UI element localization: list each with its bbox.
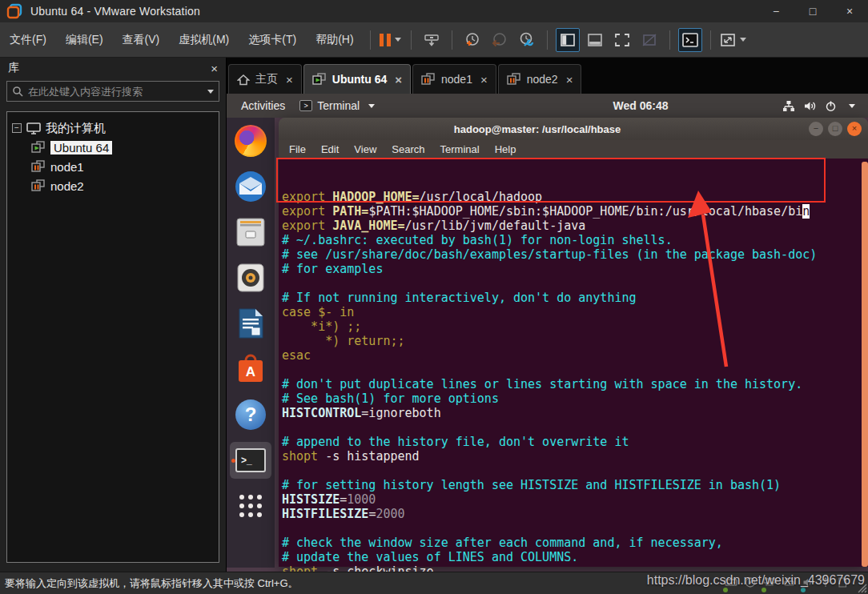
terminal-line: # see /usr/share/doc/bash/examples/start… (282, 247, 868, 262)
menu-tabs[interactable]: 选项卡(T) (239, 28, 306, 52)
tab-label: 主页 (255, 72, 278, 86)
dock-files[interactable] (230, 214, 271, 251)
tab-ubuntu64[interactable]: Ubuntu 64 × (303, 64, 411, 94)
status-message: 要将输入定向到该虚拟机，请将鼠标指针移入其中或按 Ctrl+G。 (5, 576, 299, 591)
sidebar-item-ubuntu64[interactable]: Ubuntu 64 (12, 138, 214, 157)
dock-show-applications[interactable] (230, 488, 271, 524)
terminal-minimize-button[interactable]: − (809, 122, 823, 136)
menu-vm[interactable]: 虚拟机(M) (169, 28, 239, 52)
menu-view[interactable]: 查看(V) (113, 28, 170, 52)
svg-text:A: A (246, 364, 255, 379)
terminal-close-button[interactable]: × (847, 122, 862, 136)
vmware-window: Ubuntu 64 - VMware Workstation − □ × 文件(… (0, 0, 868, 594)
terminal-menu-edit[interactable]: Edit (321, 143, 339, 155)
terminal-maximize-button[interactable]: □ (828, 122, 842, 136)
dock-terminal[interactable]: >_ (230, 442, 271, 479)
window-title: Ubuntu 64 - VMware Workstation (30, 5, 200, 18)
terminal-window: hadoop@master: /usr/local/hbase − □ × Fi… (279, 118, 868, 567)
terminal-menu-bar: File Edit View Search Terminal Help (279, 140, 868, 159)
terminal-content[interactable]: export HADOOP_HOME=/usr/local/hadoopexpo… (279, 159, 868, 567)
terminal-menu-help[interactable]: Help (495, 143, 516, 155)
terminal-title: hadoop@master: /usr/local/hbase (279, 123, 796, 135)
menu-toolbar-row: 文件(F) 编辑(E) 查看(V) 虚拟机(M) 选项卡(T) 帮助(H) (0, 22, 868, 58)
activities-button[interactable]: Activities (227, 99, 299, 112)
dock-ubuntu-software[interactable]: A (230, 351, 271, 387)
collapse-icon[interactable]: − (12, 123, 22, 133)
home-icon (237, 74, 250, 86)
terminal-scrollbar[interactable] (862, 162, 868, 567)
chevron-down-icon (849, 104, 855, 108)
terminal-title-bar[interactable]: hadoop@master: /usr/local/hbase − □ × (279, 118, 868, 140)
toolbar-separator (547, 30, 548, 50)
revert-snapshot-button (488, 28, 512, 52)
terminal-line: export JAVA_HOME=/usr/lib/jvm/default-ja… (282, 219, 868, 233)
window-minimize-button[interactable]: − (757, 0, 794, 22)
vm-paused-icon (31, 160, 46, 173)
dock-rhythmbox[interactable] (230, 259, 271, 296)
window-maximize-button[interactable]: □ (794, 0, 831, 22)
close-icon[interactable]: × (566, 73, 573, 86)
system-status-area[interactable] (782, 100, 855, 112)
help-icon: ? (235, 399, 266, 430)
close-icon[interactable]: × (395, 73, 402, 86)
search-dropdown-icon[interactable] (207, 90, 214, 94)
menu-edit[interactable]: 编辑(E) (56, 28, 113, 52)
sidebar-item-node2[interactable]: node2 (12, 176, 214, 195)
ctrl-alt-del-button[interactable] (420, 28, 444, 52)
console-view-button[interactable] (678, 28, 702, 52)
power-pause-button[interactable] (379, 28, 403, 52)
tab-node2[interactable]: node2 × (498, 64, 582, 94)
tab-home[interactable]: 主页 × (228, 64, 302, 94)
dock-firefox[interactable] (230, 122, 271, 159)
app-grid-icon (239, 495, 263, 518)
terminal-line: shopt -s histappend (282, 449, 868, 464)
take-snapshot-button[interactable] (460, 28, 484, 52)
dock-thunderbird[interactable] (230, 168, 271, 205)
search-input[interactable] (28, 86, 199, 98)
library-close-icon[interactable]: × (211, 62, 218, 75)
toggle-thumbnail-bar-button[interactable] (583, 28, 607, 52)
menu-help[interactable]: 帮助(H) (306, 28, 363, 52)
menu-file[interactable]: 文件(F) (0, 28, 56, 52)
vm-name-label: node1 (50, 160, 84, 174)
fullscreen-brackets-icon (614, 33, 630, 47)
toolbar-separator (710, 30, 711, 50)
terminal-menu-file[interactable]: File (289, 143, 306, 155)
close-icon[interactable]: × (286, 73, 293, 86)
toolbar-separator (370, 30, 371, 50)
terminal-line: # See bash(1) for more options (282, 391, 868, 406)
volume-icon (803, 100, 817, 112)
rhythmbox-icon (235, 263, 266, 293)
guest-screen: Activities > Terminal Wed 06:48 (227, 94, 868, 572)
terminal-line: shopt -s checkwinsize (282, 564, 868, 572)
library-sidebar: 库 × − (0, 58, 227, 572)
focused-app-menu[interactable]: > Terminal (299, 99, 375, 112)
terminal-menu-view[interactable]: View (354, 143, 376, 155)
dock-libreoffice-writer[interactable] (230, 305, 271, 342)
tree-root-label: 我的计算机 (46, 121, 106, 136)
toggle-library-button[interactable] (556, 28, 580, 52)
manage-snapshots-button[interactable] (515, 28, 539, 52)
power-icon (825, 100, 837, 112)
clock-label[interactable]: Wed 06:48 (597, 99, 685, 112)
close-icon[interactable]: × (480, 73, 488, 86)
tab-node1[interactable]: node1 × (412, 64, 496, 94)
terminal-menu-terminal[interactable]: Terminal (440, 143, 480, 155)
tab-strip: 主页 × Ubuntu 64 × (227, 58, 868, 94)
watermark: https://blog.csdn.net/weixin_43967679 (647, 573, 865, 588)
terminal-line: # don't put duplicate lines or lines sta… (282, 377, 868, 391)
expand-screen-icon (720, 33, 736, 47)
software-icon: A (235, 354, 266, 384)
tree-root-my-computer[interactable]: − 我的计算机 (12, 118, 214, 138)
dock-help[interactable]: ? (230, 396, 271, 433)
terminal-line: # check the window size after each comma… (282, 536, 868, 550)
library-search[interactable] (6, 81, 219, 102)
tab-label: node2 (527, 73, 558, 86)
sidebar-item-node1[interactable]: node1 (12, 157, 214, 176)
terminal-menu-search[interactable]: Search (392, 143, 424, 155)
window-close-button[interactable]: × (831, 0, 868, 22)
thumbnail-bar-icon (587, 33, 603, 47)
stretch-guest-button[interactable] (719, 28, 747, 52)
fullscreen-mode-button[interactable] (610, 28, 634, 52)
snapshot-take-icon (464, 32, 481, 48)
